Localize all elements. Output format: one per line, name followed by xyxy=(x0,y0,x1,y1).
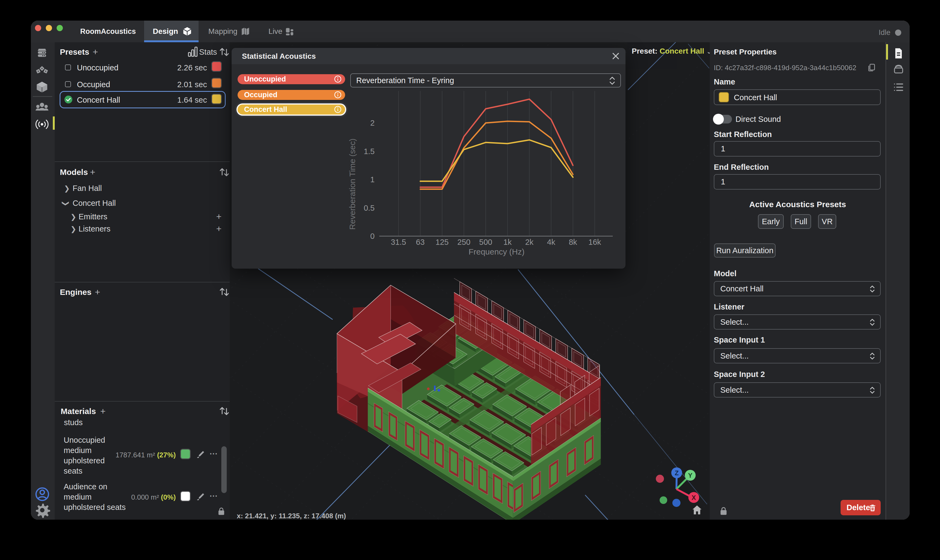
svg-text:4k: 4k xyxy=(547,238,555,246)
svg-text:63: 63 xyxy=(416,238,424,246)
svg-text:0: 0 xyxy=(370,232,374,240)
svg-text:250: 250 xyxy=(457,238,470,246)
svg-text:Frequency (Hz): Frequency (Hz) xyxy=(468,247,525,256)
svg-text:X: X xyxy=(692,494,696,501)
svg-text:125: 125 xyxy=(436,238,448,246)
svg-text:1: 1 xyxy=(370,175,374,184)
svg-text:Z: Z xyxy=(675,469,679,477)
svg-text:31.5: 31.5 xyxy=(391,238,406,246)
svg-text:16k: 16k xyxy=(589,238,601,246)
svg-text:Reverberation Time (sec): Reverberation Time (sec) xyxy=(348,138,357,230)
svg-text:500: 500 xyxy=(479,238,492,246)
svg-text:1.5: 1.5 xyxy=(364,147,374,156)
svg-text:0.5: 0.5 xyxy=(364,204,374,212)
svg-text:1k: 1k xyxy=(503,238,512,246)
svg-text:2: 2 xyxy=(370,118,374,127)
svg-text:8k: 8k xyxy=(569,238,577,246)
svg-text:Y: Y xyxy=(688,472,692,479)
svg-text:2k: 2k xyxy=(525,238,534,246)
